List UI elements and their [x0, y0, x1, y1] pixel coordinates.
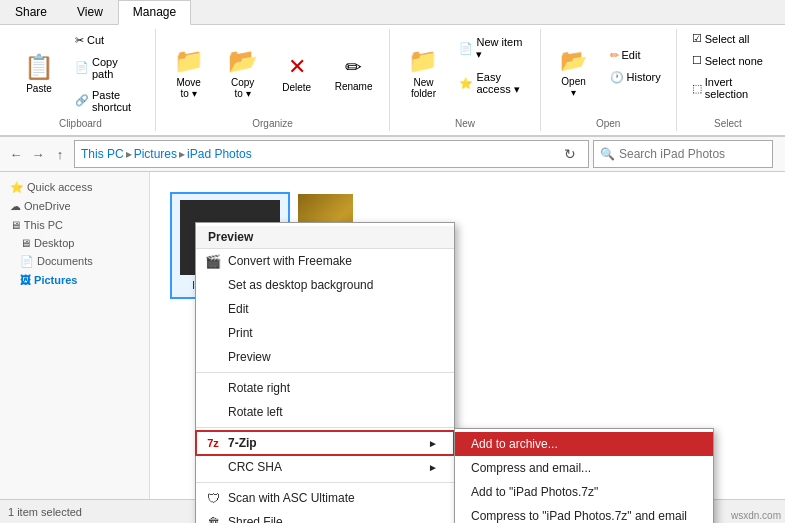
ribbon-group-open: 📂 Open ▾ ✏ Edit 🕐 History Open [541, 29, 677, 131]
ribbon-group-organize: 📁 Moveto ▾ 📂 Copyto ▾ ✕ Delete ✏ Rename … [156, 29, 391, 131]
ctx-print-label: Print [228, 326, 253, 340]
rename-button[interactable]: ✏ Rename [326, 50, 382, 97]
sub-compress-email[interactable]: Compress and email... [455, 456, 713, 480]
nav-quick-access[interactable]: ⭐ Quick access [0, 178, 149, 197]
nav-onedrive[interactable]: ☁ OneDrive [0, 197, 149, 216]
nav-desktop[interactable]: 🖥 Desktop [0, 234, 149, 252]
tab-share[interactable]: Share [0, 0, 62, 24]
sub-compress-7z-email-label: Compress to "iPad Photos.7z" and email [471, 509, 687, 523]
ctx-rotate-right[interactable]: Rotate right [196, 376, 454, 400]
select-all-button[interactable]: ☑ Select all [685, 29, 771, 48]
breadcrumb-ipad-photos[interactable]: iPad Photos [187, 147, 252, 161]
paste-icon: 📋 [24, 53, 54, 81]
back-button[interactable]: ← [6, 144, 26, 164]
move-to-icon: 📁 [174, 47, 204, 75]
delete-icon: ✕ [288, 54, 306, 80]
ribbon-tab-bar: Share View Manage [0, 0, 785, 25]
history-button[interactable]: 🕐 History [603, 68, 668, 87]
sub-add-7z[interactable]: Add to "iPad Photos.7z" [455, 480, 713, 504]
delete-button[interactable]: ✕ Delete [272, 49, 322, 98]
rename-icon: ✏ [345, 55, 362, 79]
ctx-edit-label: Edit [228, 302, 249, 316]
clipboard-label: Clipboard [59, 118, 102, 129]
new-folder-button[interactable]: 📁 Newfolder [398, 42, 448, 104]
ctx-scan-asc[interactable]: 🛡 Scan with ASC Ultimate [196, 486, 454, 510]
edit-ribbon-button[interactable]: ✏ Edit [603, 46, 668, 65]
breadcrumb-this-pc[interactable]: This PC [81, 147, 124, 161]
forward-button[interactable]: → [28, 144, 48, 164]
context-menu-section-header: Preview [196, 226, 454, 249]
tab-manage[interactable]: Manage [118, 0, 191, 25]
ctx-shred-label: Shred File [228, 515, 283, 523]
ctx-convert[interactable]: 🎬 Convert with Freemake [196, 249, 454, 273]
ctx-edit-icon [204, 300, 222, 318]
new-folder-icon: 📁 [408, 47, 438, 75]
status-text: 1 item selected [8, 506, 82, 518]
copy-to-icon: 📂 [228, 47, 258, 75]
copy-path-button[interactable]: 📄 Copy path [68, 53, 147, 83]
new-buttons: 📁 Newfolder 📄 New item ▾ ⭐ Easy access ▾ [398, 29, 531, 131]
open-label: Open [596, 118, 620, 129]
paste-shortcut-button[interactable]: 🔗 Paste shortcut [68, 86, 147, 116]
ctx-7zip-icon: 7z [204, 434, 222, 452]
ctx-preview[interactable]: Preview [196, 345, 454, 369]
tab-view[interactable]: View [62, 0, 118, 24]
sub-compress-7z-email[interactable]: Compress to "iPad Photos.7z" and email [455, 504, 713, 523]
select-all-label: Select all [705, 33, 750, 45]
sub-add-7z-label: Add to "iPad Photos.7z" [471, 485, 598, 499]
ctx-edit[interactable]: Edit [196, 297, 454, 321]
up-button[interactable]: ↑ [50, 144, 70, 164]
easy-access-icon: ⭐ [459, 77, 473, 90]
ctx-print[interactable]: Print [196, 321, 454, 345]
history-label: History [627, 71, 661, 83]
ctx-7zip-label: 7-Zip [228, 436, 257, 450]
nav-documents[interactable]: 📄 Documents [0, 252, 149, 271]
ctx-shred[interactable]: 🗑 Shred File [196, 510, 454, 523]
new-item-button[interactable]: 📄 New item ▾ [452, 33, 531, 64]
ctx-scan-asc-label: Scan with ASC Ultimate [228, 491, 355, 505]
ctx-print-icon [204, 324, 222, 342]
invert-selection-button[interactable]: ⬚ Invert selection [685, 73, 771, 103]
ctx-shred-icon: 🗑 [204, 513, 222, 523]
select-label: Select [714, 118, 742, 129]
ribbon-group-select: ☑ Select all ☐ Select none ⬚ Invert sele… [677, 29, 779, 131]
sub-add-archive[interactable]: Add to archive... [455, 432, 713, 456]
nav-pane: ⭐ Quick access ☁ OneDrive 🖥 This PC 🖥 De… [0, 172, 150, 523]
open-button[interactable]: 📂 Open ▾ [549, 43, 599, 103]
address-bar[interactable]: This PC ▸ Pictures ▸ iPad Photos ↻ [74, 140, 589, 168]
ctx-7zip[interactable]: 7z 7-Zip ► [196, 431, 454, 455]
nav-pictures[interactable]: 🖼 Pictures [0, 271, 149, 289]
select-all-icon: ☑ [692, 32, 702, 45]
select-buttons: ☑ Select all ☐ Select none ⬚ Invert sele… [685, 29, 771, 131]
copy-to-button[interactable]: 📂 Copyto ▾ [218, 42, 268, 104]
select-none-icon: ☐ [692, 54, 702, 67]
move-to-button[interactable]: 📁 Moveto ▾ [164, 42, 214, 104]
ctx-desktop[interactable]: Set as desktop background [196, 273, 454, 297]
nav-this-pc[interactable]: 🖥 This PC [0, 216, 149, 234]
ctx-rotate-left[interactable]: Rotate left [196, 400, 454, 424]
ctx-crc-sha[interactable]: CRC SHA ► [196, 455, 454, 479]
new-item-label: New item ▾ [476, 36, 524, 61]
breadcrumb-pictures[interactable]: Pictures [134, 147, 177, 161]
breadcrumb: This PC ▸ Pictures ▸ iPad Photos [81, 147, 558, 161]
ribbon: Share View Manage 📋 Paste ✂ Cut 📄 Copy [0, 0, 785, 137]
invert-icon: ⬚ [692, 82, 702, 95]
cut-icon: ✂ [75, 34, 84, 47]
ctx-7zip-arrow: ► [428, 438, 438, 449]
rename-label: Rename [335, 81, 373, 92]
easy-access-button[interactable]: ⭐ Easy access ▾ [452, 68, 531, 99]
select-none-button[interactable]: ☐ Select none [685, 51, 771, 70]
cut-button[interactable]: ✂ Cut [68, 31, 147, 50]
open-icon: 📂 [560, 48, 587, 74]
clipboard-buttons: 📋 Paste ✂ Cut 📄 Copy path 🔗 Paste shortc… [14, 29, 147, 131]
ribbon-group-clipboard: 📋 Paste ✂ Cut 📄 Copy path 🔗 Paste shortc… [6, 29, 156, 131]
paste-button[interactable]: 📋 Paste [14, 48, 64, 99]
submenu-7zip: Add to archive... Compress and email... … [454, 428, 714, 523]
organize-buttons: 📁 Moveto ▾ 📂 Copyto ▾ ✕ Delete ✏ Rename [164, 29, 382, 131]
edit-ribbon-label: Edit [622, 49, 641, 61]
refresh-button[interactable]: ↻ [558, 144, 582, 164]
search-input[interactable] [619, 147, 766, 161]
cut-label: Cut [87, 34, 104, 46]
search-box[interactable]: 🔍 [593, 140, 773, 168]
ctx-crc-label: CRC SHA [228, 460, 282, 474]
